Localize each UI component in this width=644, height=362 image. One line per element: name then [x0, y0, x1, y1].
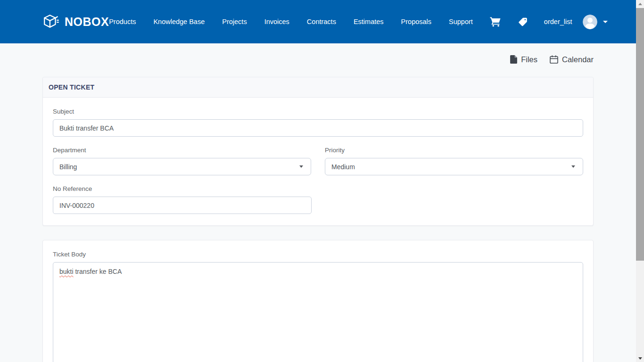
open-ticket-card-body: Subject Department Billing Priority Medi…: [43, 98, 593, 225]
open-ticket-card: OPEN TICKET Subject Department Billing P…: [42, 77, 594, 226]
select-caret-icon: [299, 165, 303, 168]
scroll-up-arrow-icon: [638, 3, 642, 5]
file-icon: [510, 55, 517, 64]
quick-links-bar: Files Calendar: [42, 53, 594, 66]
nav-knowledge-base[interactable]: Knowledge Base: [153, 18, 205, 25]
files-label: Files: [521, 55, 537, 64]
department-field-group: Department Billing: [53, 147, 311, 175]
cart-button[interactable]: [490, 17, 501, 27]
tag-icon: [518, 17, 528, 27]
scroll-up-button[interactable]: [636, 0, 644, 8]
reference-field-group: No Reference: [53, 185, 312, 214]
main-content: Files Calendar OPEN TICKET Subject: [42, 53, 594, 362]
priority-field-group: Priority Medium: [325, 147, 583, 175]
reference-label: No Reference: [53, 185, 312, 192]
reference-input[interactable]: [53, 197, 312, 214]
calendar-label: Calendar: [562, 55, 594, 64]
navbar-inner: NOBOX Products Knowledge Base Projects I…: [0, 0, 636, 43]
department-selected-value: Billing: [59, 163, 77, 171]
priority-label: Priority: [325, 147, 583, 154]
nav-projects[interactable]: Projects: [222, 18, 247, 25]
misspelled-word: bukti: [59, 268, 74, 275]
subject-label: Subject: [53, 108, 583, 115]
department-priority-row: Department Billing Priority Medium: [53, 147, 583, 175]
nav-invoices[interactable]: Invoices: [264, 18, 289, 25]
cart-icon: [490, 17, 501, 27]
caret-down-icon: [603, 21, 608, 23]
nav-estimates[interactable]: Estimates: [354, 18, 384, 25]
priority-select[interactable]: Medium: [325, 158, 583, 175]
nav-order-list[interactable]: order_list: [544, 18, 572, 25]
nav-contracts[interactable]: Contracts: [307, 18, 336, 25]
ticket-body-card-body: Ticket Body bukti transfer ke BCA: [43, 240, 593, 362]
tag-button[interactable]: [518, 17, 528, 27]
top-navbar: NOBOX Products Knowledge Base Projects I…: [0, 0, 644, 43]
vertical-scrollbar[interactable]: [636, 0, 644, 362]
ticket-body-text: transfer ke BCA: [74, 268, 122, 275]
priority-selected-value: Medium: [331, 163, 355, 171]
nobox-box-icon: [42, 14, 59, 30]
scrollbar-thumb[interactable]: [636, 8, 644, 261]
card-title: OPEN TICKET: [49, 83, 94, 91]
brand-name: NOBOX: [65, 15, 109, 29]
reference-row: No Reference: [53, 185, 583, 214]
avatar: [583, 15, 597, 29]
subject-input[interactable]: [53, 119, 583, 137]
open-ticket-card-header: OPEN TICKET: [43, 77, 593, 98]
calendar-icon: [550, 55, 558, 64]
scroll-down-arrow-icon: [638, 357, 642, 360]
ticket-body-label: Ticket Body: [53, 251, 583, 258]
scroll-down-button[interactable]: [636, 354, 644, 362]
main-nav: Products Knowledge Base Projects Invoice…: [109, 18, 473, 25]
calendar-link[interactable]: Calendar: [550, 55, 594, 64]
nav-support[interactable]: Support: [449, 18, 473, 25]
nav-proposals[interactable]: Proposals: [401, 18, 431, 25]
select-caret-icon: [571, 165, 575, 168]
nav-products[interactable]: Products: [109, 18, 136, 25]
department-label: Department: [53, 147, 311, 154]
files-link[interactable]: Files: [510, 55, 537, 64]
department-select[interactable]: Billing: [53, 158, 311, 175]
user-menu[interactable]: [583, 15, 608, 29]
ticket-body-card: Ticket Body bukti transfer ke BCA: [42, 240, 594, 362]
ticket-body-textarea[interactable]: bukti transfer ke BCA: [53, 262, 583, 362]
subject-field-group: Subject: [53, 108, 583, 137]
brand-logo[interactable]: NOBOX: [42, 14, 109, 30]
